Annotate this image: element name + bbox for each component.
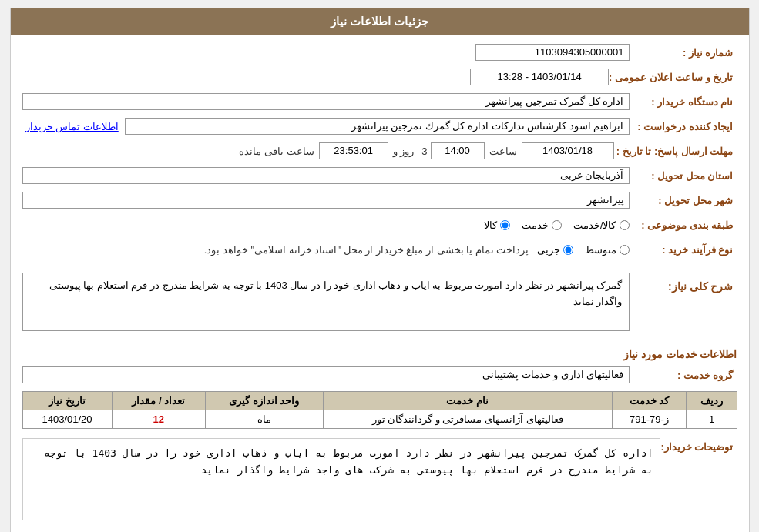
buyer-notes-container: اداره کل گمرک تمرجین پیرانشهر در نظر دار… [22,438,660,522]
announce-date-label: تاریخ و ساعت اعلان عمومی : [609,72,737,83]
buyer-notes-section: توضیحات خریدار: اداره کل گمرک تمرجین پیر… [22,438,737,522]
process-type-row: نوع فرآیند خرید : متوسط جزیی پرداخت تمام… [22,239,737,259]
process-radio-group: متوسط جزیی [537,244,630,256]
col-header-qty: تعداد / مقدار [112,392,205,410]
announce-date-value: 1403/01/14 - 13:28 [470,69,609,85]
delivery-province-value: آذربایجان غربی [22,167,630,184]
creator-row: ایجاد کننده درخواست : ابراهیم اسود کارشن… [22,116,737,136]
remaining-time: 23:53:01 [319,142,388,159]
service-group-row: گروه خدمت : فعالیتهای اداری و خدمات پشتی… [22,365,737,385]
remaining-label: ساعت باقی مانده [239,146,314,157]
divider-2 [22,340,737,340]
description-container: گمرک پیرانشهر در نظر دارد امورت مربوط به… [22,273,630,333]
page-header: جزئیات اطلاعات نیاز [11,8,749,35]
description-section: شرح کلی نیاز: گمرک پیرانشهر در نظر دارد … [22,273,737,333]
reply-time: 14:00 [431,142,485,159]
col-header-unit: واحد اندازه گیری [205,392,323,410]
category-option-kala[interactable]: كالا [484,219,510,231]
delivery-province-label: استان محل تحویل : [630,170,737,182]
reply-deadline-row: مهلت ارسال پاسخ: تا تاریخ : 1403/01/18 س… [22,141,737,161]
delivery-city-label: شهر محل تحویل : [630,195,737,206]
table-row: 1 ز-79-791 فعالیتهای آژانسهای مسافرتی و … [22,410,737,429]
col-header-name: نام خدمت [323,392,612,410]
remaining-unit: روز و [393,146,415,157]
content-area: شماره نیاز : 1103094305000001 تاریخ و سا… [11,35,749,532]
reply-deadline-label: مهلت ارسال پاسخ: تا تاریخ : [614,146,737,157]
table-header-row: ردیف كد خدمت نام خدمت واحد اندازه گیری ت… [22,392,737,410]
radio-khedmat[interactable] [552,220,562,230]
creator-label: ایجاد کننده درخواست : [630,121,737,132]
radio-kala-khedmat-label: كالا/خدمت [573,219,616,231]
category-label: طبقه بندی موضوعی : [630,219,737,231]
need-number-row: شماره نیاز : 1103094305000001 [22,42,737,62]
cell-date-0: 1403/01/20 [22,410,112,429]
description-label: شرح کلی نیاز: [630,280,737,293]
category-row: طبقه بندی موضوعی : كالا/خدمت خدمت كالا [22,215,737,235]
col-header-code: كد خدمت [612,392,687,410]
cell-name-0: فعالیتهای آژانسهای مسافرتی و گردانندگان … [323,410,612,429]
cell-unit-0: ماه [205,410,323,429]
description-textarea: گمرک پیرانشهر در نظر دارد امورت مربوط به… [22,273,630,331]
buyer-label: نام دستگاه خریدار : [630,96,737,108]
process-label: نوع فرآیند خرید : [630,244,737,256]
delivery-province-row: استان محل تحویل : آذربایجان غربی [22,166,737,186]
service-group-value: فعالیتهای اداری و خدمات پشتیبانی [22,366,630,383]
main-container: جزئیات اطلاعات نیاز شماره نیاز : 1103094… [10,8,750,532]
buyer-notes-label: توضیحات خریدار: [660,438,737,453]
radio-jozi-label: جزیی [537,244,560,256]
remaining-days: 3 [421,146,427,157]
radio-khedmat-label: خدمت [522,219,549,231]
radio-motavaset[interactable] [620,245,630,255]
need-number-value: 1103094305000001 [475,44,630,61]
buyer-value: اداره کل گمرک تمرچین پیرانشهر [22,93,630,110]
process-option-jozi[interactable]: جزیی [537,244,573,256]
radio-kala[interactable] [500,220,510,230]
reply-date: 1403/01/18 [522,142,614,159]
col-header-date: تاریخ نیاز [22,392,112,410]
delivery-city-row: شهر محل تحویل : پیرانشهر [22,190,737,210]
cell-qty-0: 12 [112,410,205,429]
divider-1 [22,266,737,266]
cell-code-0: ز-79-791 [612,410,687,429]
buyer-notes-textarea: اداره کل گمرک تمرجین پیرانشهر در نظر دار… [22,438,660,520]
process-option-motavaset[interactable]: متوسط [585,244,630,256]
radio-kala-khedmat[interactable] [620,220,630,230]
services-title: اطلاعات خدمات مورد نیاز [22,348,737,360]
category-radio-group: كالا/خدمت خدمت كالا [484,219,630,231]
radio-motavaset-label: متوسط [585,244,616,256]
col-header-row: ردیف [687,392,737,410]
buyer-name-row: نام دستگاه خریدار : اداره کل گمرک تمرچین… [22,92,737,112]
cell-row-0: 1 [687,410,737,429]
announce-date-row: تاریخ و ساعت اعلان عمومی : 1403/01/14 - … [22,67,737,87]
creator-value: ابراهیم اسود کارشناس تداركات اداره كل گم… [125,118,630,135]
radio-kala-label: كالا [484,219,497,231]
category-option-khedmat[interactable]: خدمت [522,219,562,231]
reply-time-label: ساعت [489,146,517,157]
service-group-label: گروه خدمت : [630,370,737,381]
delivery-city-value: پیرانشهر [22,192,630,209]
process-note: پرداخت تمام یا بخشی از مبلغ خریدار از مح… [204,244,529,256]
radio-jozi[interactable] [563,245,573,255]
category-option-kala-khedmat[interactable]: كالا/خدمت [573,219,630,231]
need-number-label: شماره نیاز : [630,47,737,59]
creator-link[interactable]: اطلاعات تماس خریدار [25,121,119,132]
services-table: ردیف كد خدمت نام خدمت واحد اندازه گیری ت… [22,391,737,429]
page-title: جزئیات اطلاعات نیاز [331,15,428,28]
